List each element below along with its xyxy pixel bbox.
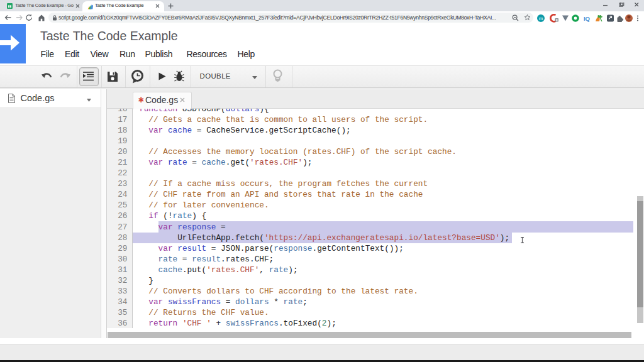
svg-text:IQ: IQ bbox=[584, 14, 590, 21]
svg-text:m: m bbox=[539, 16, 543, 21]
